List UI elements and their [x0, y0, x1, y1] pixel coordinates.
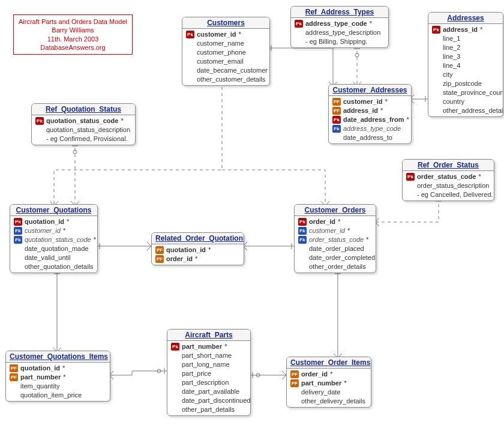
- attr-row: date_quotation_made: [13, 244, 95, 253]
- key-slot: [186, 40, 194, 47]
- attr-name: quotation_status_code: [46, 116, 118, 125]
- attr-name: part_number: [301, 379, 341, 388]
- attr-row: part_short_name: [170, 351, 248, 360]
- attr-name: quotation_id: [20, 364, 60, 373]
- entity-title: Ref_Order_Status: [403, 160, 494, 171]
- attr-row: customer_email: [185, 57, 267, 66]
- attr-name: part_description: [182, 378, 229, 387]
- attr-row: PFpart_number*: [289, 379, 368, 388]
- attr-row: line_1: [431, 34, 500, 43]
- attr-row: line_2: [431, 43, 500, 52]
- attr-name: order_id: [309, 217, 335, 226]
- key-slot: [186, 67, 194, 74]
- required-marker: *: [67, 217, 69, 226]
- key-slot: [35, 135, 44, 143]
- attr-name: - eg Confirmed, Provisional.: [46, 134, 128, 143]
- attr-row: Pkorder_status_code*: [405, 172, 491, 181]
- attr-name: address_id: [343, 106, 378, 115]
- attr-name: other_customer_details: [197, 75, 265, 84]
- attr-row: PForder_id*: [154, 255, 241, 264]
- attr-row: Pkdate_address_from*: [331, 115, 409, 124]
- entity-ref-address-types: Ref_Address_Types Pkaddress_type_code*ad…: [290, 6, 389, 48]
- key-slot: [171, 379, 179, 387]
- attr-row: Pkquotation_id*: [13, 217, 95, 226]
- key-slot: [290, 388, 299, 396]
- attr-row: PFaddress_id*: [331, 106, 409, 115]
- entity-customer-order-items: Customer_Order_Items PForder_id*PFpart_n…: [286, 357, 371, 408]
- key-slot: [432, 44, 440, 52]
- pk-key-icon: Pk: [35, 117, 44, 125]
- entity-title: Ref_Quotation_Status: [32, 104, 135, 115]
- attr-row: - eg Cancelled, Delivered.: [405, 190, 491, 199]
- attr-row: date_order_placed: [297, 244, 373, 253]
- required-marker: *: [344, 379, 346, 388]
- entity-attrs: Pkpart_number*part_short_namepart_long_n…: [167, 341, 250, 415]
- attr-row: Pkpart_number*: [170, 342, 248, 351]
- required-marker: *: [94, 235, 96, 244]
- entity-attrs: PFquotation_id*PForder_id*: [152, 244, 244, 265]
- attr-name: customer_phone: [197, 48, 246, 57]
- key-slot: [406, 182, 415, 190]
- key-slot: [186, 49, 194, 56]
- pf-key-icon: PF: [10, 364, 18, 372]
- attr-name: other_delivery_details: [301, 397, 365, 406]
- entity-related-order-quotations: Related_Order_Quotations PFquotation_id*…: [151, 232, 244, 265]
- attr-row: customer_name: [185, 39, 267, 48]
- required-marker: *: [224, 342, 227, 351]
- entity-attrs: Pkquotation_id*Fkcustomer_id*Fkquotation…: [10, 216, 97, 273]
- key-slot: [432, 71, 440, 79]
- attr-name: date_address_from: [343, 115, 404, 124]
- attr-row: Pkaddress_id*: [431, 25, 500, 34]
- attr-name: city: [443, 70, 453, 79]
- attr-row: other_order_details: [297, 262, 373, 271]
- required-marker: *: [366, 235, 368, 244]
- entity-title: Customer_Orders: [295, 205, 376, 216]
- attr-name: line_4: [443, 61, 460, 70]
- attr-row: Pkaddress_type_code*: [293, 19, 386, 28]
- attr-name: order_id: [166, 255, 193, 264]
- pk-key-icon: Pk: [432, 26, 440, 34]
- attr-row: state_province_county: [431, 88, 500, 97]
- title-box: Aircraft Parts and Orders Data Model Bar…: [13, 14, 133, 55]
- entity-customer-orders: Customer_Orders Pkorder_id*Fkcustomer_id…: [294, 204, 376, 273]
- pf-key-icon: PF: [332, 98, 341, 106]
- entity-attrs: PFcustomer_id*PFaddress_id*Pkdate_addres…: [329, 96, 411, 143]
- entity-customer-quotations: Customer_Quotations Pkquotation_id*Fkcus…: [10, 204, 98, 273]
- title-line4: DatabaseAnswers.org: [19, 43, 127, 52]
- entity-title: Customers: [182, 17, 269, 29]
- key-slot: [432, 98, 440, 106]
- entity-title: Customer_Addresses: [329, 85, 411, 96]
- attr-row: part_long_name: [170, 360, 248, 369]
- entity-title: Customer_Quotations: [10, 205, 97, 216]
- fk-key-icon: Fk: [298, 227, 307, 235]
- pf-key-icon: PF: [10, 373, 18, 381]
- fk-key-icon: Fk: [332, 125, 341, 133]
- attr-name: address_type_code: [343, 124, 401, 133]
- attr-row: other_part_details: [170, 405, 248, 414]
- entity-customer-quotations-items: Customer_Quotations_Items PFquotation_id…: [5, 351, 110, 402]
- attr-name: other_order_details: [309, 262, 366, 271]
- required-marker: *: [208, 246, 211, 255]
- attr-name: date_part_available: [182, 387, 239, 396]
- pk-key-icon: Pk: [332, 116, 341, 124]
- entity-attrs: Pkaddress_id*line_1line_2line_3line_4cit…: [428, 24, 503, 116]
- svg-point-8: [73, 150, 77, 154]
- attr-row: PFquotation_id*: [8, 364, 107, 373]
- key-slot: [171, 370, 179, 378]
- attr-row: item_quantity: [8, 382, 107, 391]
- attr-row: Pkorder_id*: [297, 217, 373, 226]
- key-slot: [298, 245, 307, 253]
- attr-row: other_customer_details: [185, 75, 267, 84]
- attr-row: order_status_description: [405, 181, 491, 190]
- pf-key-icon: PF: [155, 255, 164, 263]
- required-marker: *: [478, 172, 481, 181]
- attr-name: state_province_county: [443, 88, 503, 97]
- key-slot: [432, 80, 440, 88]
- required-marker: *: [338, 217, 340, 226]
- attr-name: customer_name: [197, 39, 244, 48]
- attr-row: PFquotation_id*: [154, 246, 241, 255]
- required-marker: *: [385, 97, 387, 106]
- attr-row: Fkquotation_status_code*: [13, 235, 95, 244]
- required-marker: *: [480, 25, 482, 34]
- required-marker: *: [121, 116, 123, 125]
